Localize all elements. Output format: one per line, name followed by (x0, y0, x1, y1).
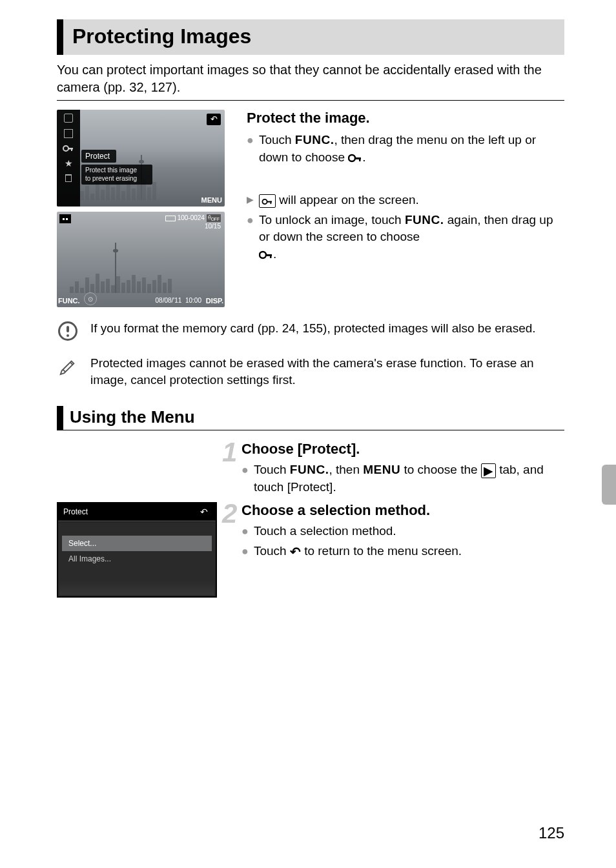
overview-icon (64, 114, 73, 123)
bullet-dot-icon: ● (247, 132, 254, 166)
svg-rect-5 (359, 157, 361, 161)
bullet-dot-icon: ● (241, 523, 249, 540)
instruction-text: To unlock an image, touch FUNC. again, t… (259, 212, 564, 263)
screenshot-playback: 100-0024 ⎙OFF 10/15 FUNC. ⊙ 08/08/'11 10… (57, 212, 225, 307)
instruction-bullet: ● Touch a selection method. (241, 523, 564, 540)
return-icon: ↶ (198, 507, 210, 517)
svg-point-9 (260, 252, 266, 258)
instruction-bullet: ● Touch FUNC., then drag the menu on the… (247, 132, 564, 166)
page-title-bar: Protecting Images (57, 19, 564, 55)
intro-paragraph: You can protect important images so that… (57, 61, 564, 96)
folder-file-number: 100-0024 (178, 214, 205, 221)
instruction-text: Touch FUNC., then MENU to choose the ▶ t… (254, 461, 564, 496)
image-index: 10/15 (205, 223, 221, 230)
screenshot-protect-menu: Protect ↶ Select... All Images... (57, 502, 217, 598)
instruction-text: Touch FUNC., then drag the menu on the l… (259, 132, 564, 166)
screenshot-func-menu: ★ ↶ Protect Protect this imageto prevent… (57, 110, 225, 207)
step1-content: 1 Choose [Protect]. ● Touch FUNC., then … (241, 441, 564, 498)
instruction-text: Touch ↶ to return to the menu screen. (254, 543, 462, 561)
page-number: 125 (539, 824, 564, 842)
return-icon: ↶ (207, 114, 221, 125)
func-button-label: FUNC. (58, 297, 80, 305)
func-label: FUNC. (405, 213, 444, 227)
func-menu-sidebar: ★ (57, 110, 80, 207)
protect-option-all-images: All Images... (62, 551, 212, 567)
svg-rect-8 (271, 201, 272, 205)
note-text: Protected images cannot be erased with t… (90, 355, 564, 388)
warning-icon (57, 320, 79, 342)
side-tab (602, 465, 616, 505)
protect-tooltip-sub: Protect this imageto prevent erasing (81, 165, 152, 185)
instruction-bullet: ● Touch ↶ to return to the menu screen. (241, 543, 564, 561)
playback-tab-icon: ▶ (481, 463, 496, 478)
protect-option-select: Select... (62, 536, 212, 551)
protected-badge-icon: ⊙ (84, 292, 97, 305)
section-heading-using-menu: Using the Menu (57, 406, 564, 430)
instruction-bullet: ● To unlock an image, touch FUNC. again,… (247, 212, 564, 263)
svg-point-3 (349, 155, 355, 161)
note-callout: Protected images cannot be erased with t… (57, 355, 564, 388)
instruction-bullet: ● Touch FUNC., then MENU to choose the ▶… (241, 461, 564, 496)
step2-heading: Choose a selection method. (241, 502, 564, 519)
result-arrow-icon: ▶ (247, 192, 254, 209)
favorite-star-icon: ★ (65, 159, 73, 168)
protect-key-icon (348, 154, 362, 163)
instruction-text: Touch a selection method. (254, 523, 396, 540)
index-view-icon (59, 214, 71, 223)
bullet-dot-icon: ● (241, 461, 249, 496)
instruction-text: will appear on the screen. (259, 192, 419, 209)
datetime-overlay: 08/08/'11 10:00 (156, 297, 201, 304)
return-arrow-icon: ↶ (290, 543, 301, 561)
protect-key-boxed-icon (259, 194, 276, 208)
protect-menu-title: Protect (63, 507, 88, 516)
separator (57, 100, 564, 101)
instruction-result: ▶ will appear on the screen. (247, 192, 564, 209)
func-label: FUNC. (295, 133, 334, 146)
step1-heading: Choose [Protect]. (241, 441, 564, 458)
func-label: FUNC. (290, 463, 329, 476)
protect-tooltip-title: Protect (81, 150, 116, 163)
note-pencil-icon (57, 355, 79, 377)
protect-key-icon (259, 250, 273, 259)
menu-label: MENU (363, 463, 400, 476)
svg-rect-2 (71, 148, 72, 151)
warning-callout: If you format the memory card (pp. 24, 1… (57, 320, 564, 342)
svg-rect-11 (270, 254, 272, 258)
trash-icon (65, 174, 72, 182)
protect-key-icon (63, 145, 74, 152)
disp-button-label: DISP. (206, 297, 223, 305)
bullet-dot-icon: ● (241, 543, 249, 561)
svg-point-0 (63, 146, 68, 151)
loff-indicator: ⎙OFF (207, 214, 221, 222)
warning-text: If you format the memory card (pp. 24, 1… (90, 320, 564, 337)
instruction-column: Protect the image. ● Touch FUNC., then d… (247, 110, 564, 307)
step-number-1: 1 (222, 437, 237, 468)
step2-content: 2 Choose a selection method. ● Touch a s… (241, 502, 564, 563)
playback-info-overlay: 100-0024 ⎙OFF 10/15 (165, 214, 221, 230)
bullet-dot-icon: ● (247, 212, 254, 263)
svg-point-6 (262, 199, 267, 204)
page-title: Protecting Images (72, 25, 555, 48)
step-heading-protect: Protect the image. (247, 110, 564, 126)
step2-left: Protect ↶ Select... All Images... (57, 502, 225, 598)
protect-tooltip: Protect Protect this imageto prevent era… (81, 150, 152, 185)
screenshot-column: ★ ↶ Protect Protect this imageto prevent… (57, 110, 225, 307)
print-icon (64, 129, 73, 138)
step-number-2: 2 (222, 498, 237, 529)
battery-icon (165, 216, 176, 221)
menu-button-label: MENU (201, 196, 222, 204)
